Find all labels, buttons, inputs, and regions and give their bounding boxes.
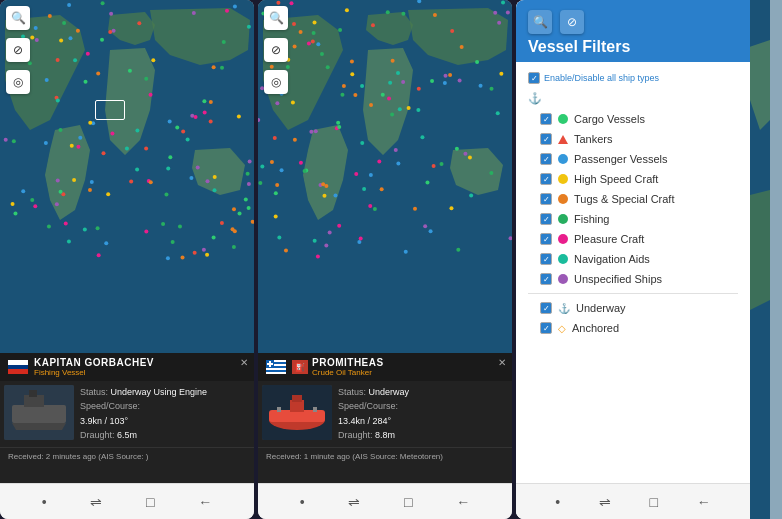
- close-btn-1[interactable]: ✕: [240, 357, 248, 368]
- partial-map-right: [750, 0, 770, 519]
- status-label-2: Status:: [338, 387, 366, 397]
- nav-square-1[interactable]: □: [138, 490, 162, 514]
- svg-rect-4: [29, 390, 37, 397]
- svg-rect-19: [292, 395, 302, 402]
- ship-thumb-1: [4, 385, 74, 440]
- passenger-checkbox[interactable]: [540, 153, 552, 165]
- filter-anchored[interactable]: ◇ Anchored: [516, 318, 750, 338]
- tugs-label: Tugs & Special Craft: [574, 193, 674, 205]
- cargo-dot: [558, 114, 568, 124]
- filter-panel: 🔍 ⊘ Vessel Filters Enable/Disable all sh…: [516, 0, 770, 519]
- tugs-dot: [558, 194, 568, 204]
- underway-label: Underway: [576, 302, 626, 314]
- speed-value-2: 13.4kn / 284°: [338, 416, 391, 426]
- ship-name-1: KAPITAN GORBACHEV: [34, 357, 154, 368]
- anchored-checkbox[interactable]: [540, 322, 552, 334]
- passenger-label: Passenger Vessels: [574, 153, 668, 165]
- svg-rect-2: [12, 405, 66, 423]
- ship-header-2: ⛽ PROMITHEAS Crude Oil Tanker ✕: [258, 353, 512, 381]
- nav-transfer-1[interactable]: ⇌: [82, 490, 110, 514]
- panel-3: 🔍 ⊘ Vessel Filters Enable/Disable all sh…: [516, 0, 782, 519]
- selection-box: [95, 100, 125, 120]
- unspecified-dot: [558, 274, 568, 284]
- greece-flag: [266, 360, 286, 374]
- fishing-checkbox[interactable]: [540, 213, 552, 225]
- close-btn-2[interactable]: ✕: [498, 357, 506, 368]
- status-value-2: Underway: [369, 387, 410, 397]
- nav-square-3[interactable]: □: [642, 490, 666, 514]
- filter-tankers[interactable]: Tankers: [516, 129, 750, 149]
- anchored-icon: ◇: [558, 323, 566, 334]
- nav-transfer-2[interactable]: ⇌: [340, 490, 368, 514]
- unspecified-checkbox[interactable]: [540, 273, 552, 285]
- filter-underway[interactable]: ⚓ Underway: [516, 298, 750, 318]
- draught-label-2: Draught:: [338, 430, 373, 440]
- ship-info-2: ⛽ PROMITHEAS Crude Oil Tanker ✕: [258, 353, 512, 483]
- svg-rect-21: [313, 407, 317, 412]
- pleasure-label: Pleasure Craft: [574, 233, 644, 245]
- panel-1: 🔍 ⊘ ◎ KAPITAN GORBACHEV Fishing Vessel ✕: [0, 0, 254, 519]
- filter-header: 🔍 ⊘ Vessel Filters: [516, 0, 750, 62]
- fishing-dot: [558, 214, 568, 224]
- enable-all-btn[interactable]: Enable/Disable all ship types: [516, 68, 750, 88]
- map-edge: [770, 0, 782, 519]
- ship-type-1: Fishing Vessel: [34, 368, 154, 377]
- filter-unspecified[interactable]: Unspecified Ships: [516, 269, 750, 289]
- ship-types-icon: ⚓: [528, 92, 542, 105]
- map-toolbar-2: 🔍 ⊘ ◎: [264, 6, 288, 94]
- svg-rect-10: [266, 368, 286, 370]
- fishing-label: Fishing: [574, 213, 609, 225]
- underway-checkbox[interactable]: [540, 302, 552, 314]
- filter-btn-1[interactable]: ⊘: [6, 38, 30, 62]
- ship-content-2: Status: Underway Speed/Course: 13.4kn / …: [258, 381, 512, 447]
- bottom-nav-3: • ⇌ □ ←: [516, 483, 750, 519]
- draught-value-2: 8.8m: [375, 430, 395, 440]
- highspeed-label: High Speed Craft: [574, 173, 658, 185]
- layers-btn-2[interactable]: ◎: [264, 70, 288, 94]
- nav-dot-3[interactable]: •: [547, 490, 568, 514]
- search-btn-2[interactable]: 🔍: [264, 6, 288, 30]
- filter-passenger[interactable]: Passenger Vessels: [516, 149, 750, 169]
- filter-fishing[interactable]: Fishing: [516, 209, 750, 229]
- nav-back-3[interactable]: ←: [689, 490, 719, 514]
- pleasure-checkbox[interactable]: [540, 233, 552, 245]
- map-area-2[interactable]: 🔍 ⊘ ◎: [258, 0, 512, 353]
- nav-back-2[interactable]: ←: [448, 490, 478, 514]
- cargo-label: Cargo Vessels: [574, 113, 645, 125]
- section-header-ship-types: ⚓: [516, 88, 750, 109]
- enable-all-checkbox[interactable]: [528, 72, 540, 84]
- tugs-checkbox[interactable]: [540, 193, 552, 205]
- filter-cargo[interactable]: Cargo Vessels: [516, 109, 750, 129]
- map-area-1[interactable]: 🔍 ⊘ ◎: [0, 0, 254, 353]
- tankers-checkbox[interactable]: [540, 133, 552, 145]
- highspeed-checkbox[interactable]: [540, 173, 552, 185]
- nav-square-2[interactable]: □: [396, 490, 420, 514]
- ship-header-1: KAPITAN GORBACHEV Fishing Vessel ✕: [0, 353, 254, 381]
- nav-dot-1[interactable]: •: [34, 490, 55, 514]
- tankers-label: Tankers: [574, 133, 613, 145]
- bottom-nav-1: • ⇌ □ ←: [0, 483, 254, 519]
- filter-btn-2[interactable]: ⊘: [264, 38, 288, 62]
- search-btn-3[interactable]: 🔍: [528, 10, 552, 34]
- layers-btn-1[interactable]: ◎: [6, 70, 30, 94]
- filter-navaid[interactable]: Navigation Aids: [516, 249, 750, 269]
- underway-icon: ⚓: [558, 303, 570, 314]
- search-btn-1[interactable]: 🔍: [6, 6, 30, 30]
- filter-highspeed[interactable]: High Speed Craft: [516, 169, 750, 189]
- nav-back-1[interactable]: ←: [190, 490, 220, 514]
- navaid-dot: [558, 254, 568, 264]
- filter-title: Vessel Filters: [528, 38, 738, 56]
- nav-transfer-3[interactable]: ⇌: [591, 490, 619, 514]
- status-label-1: Status:: [80, 387, 108, 397]
- filter-btn-3[interactable]: ⊘: [560, 10, 584, 34]
- cargo-checkbox[interactable]: [540, 113, 552, 125]
- ship-received-1: Received: 2 minutes ago (AIS Source: ): [0, 447, 254, 465]
- filter-tugs[interactable]: Tugs & Special Craft: [516, 189, 750, 209]
- map-toolbar-1: 🔍 ⊘ ◎: [6, 6, 30, 94]
- filter-pleasure[interactable]: Pleasure Craft: [516, 229, 750, 249]
- navaid-checkbox[interactable]: [540, 253, 552, 265]
- nav-dot-2[interactable]: •: [292, 490, 313, 514]
- anchored-label: Anchored: [572, 322, 619, 334]
- draught-label-1: Draught:: [80, 430, 115, 440]
- ship-type-2: Crude Oil Tanker: [312, 368, 384, 377]
